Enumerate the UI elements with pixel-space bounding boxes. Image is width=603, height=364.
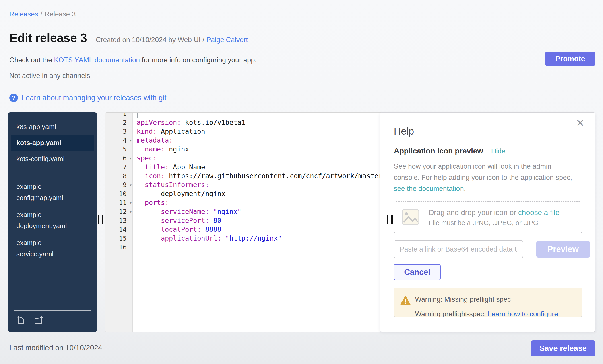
code-text: metadata: bbox=[132, 136, 173, 145]
fold-arrow-icon[interactable]: ▾ bbox=[129, 136, 132, 145]
page-title: Edit release 3 bbox=[9, 31, 87, 45]
editor-caret bbox=[137, 113, 138, 118]
doc-text-after: for more info on configuring your app. bbox=[140, 56, 257, 64]
line-number[interactable]: 8 bbox=[105, 172, 132, 180]
main-area: k8s-app.yamlkots-app.yamlkots-config.yam… bbox=[8, 112, 595, 332]
help-panel-resize-handle[interactable] bbox=[387, 215, 393, 224]
created-subtitle: Created on 10/10/2024 by Web UI / Paige … bbox=[96, 36, 248, 44]
line-number[interactable]: 10 bbox=[105, 189, 132, 198]
line-number[interactable]: 5 bbox=[105, 145, 132, 154]
code-text: localPort: 8888 bbox=[132, 225, 221, 234]
code-text: servicePort: 80 bbox=[132, 216, 221, 225]
code-text: spec: bbox=[132, 154, 157, 163]
sidebar-item-kots-app-yaml[interactable]: kots-app.yaml bbox=[11, 135, 94, 151]
sidebar-item-example-configmap-yaml[interactable]: example-configmap.yaml bbox=[11, 178, 94, 206]
fold-arrow-icon[interactable]: ▾ bbox=[129, 207, 132, 216]
preflight-warning-box: Warning: Missing preflight spec Warning … bbox=[394, 287, 582, 317]
channel-status-text: Not active in any channels bbox=[9, 72, 90, 80]
fold-arrow-icon[interactable]: ▾ bbox=[129, 198, 132, 207]
code-text: applicationUrl: "http://nginx" bbox=[132, 234, 282, 243]
close-icon[interactable]: ✕ bbox=[574, 118, 586, 128]
code-text: --- bbox=[132, 112, 149, 118]
file-label: example-service.yaml bbox=[16, 237, 79, 260]
file-list-examples: example-configmap.yamlexample-deployment… bbox=[8, 177, 97, 262]
file-label: example-deployment.yaml bbox=[16, 209, 79, 232]
description-text: See how your application icon will look … bbox=[394, 162, 572, 181]
add-folder-icon[interactable] bbox=[33, 315, 44, 326]
line-number[interactable]: 16 bbox=[105, 243, 132, 252]
warning-detail-text: Warning preflight-spec. bbox=[415, 310, 488, 317]
warning-icon bbox=[400, 296, 411, 306]
created-author-link[interactable]: Paige Calvert bbox=[206, 36, 248, 44]
line-number[interactable]: 13 bbox=[105, 216, 132, 225]
line-number[interactable]: 12▾ bbox=[105, 207, 132, 216]
sidebar-item-example-deployment-yaml[interactable]: example-deployment.yaml bbox=[11, 206, 94, 234]
doc-text-before: Check out the bbox=[9, 56, 54, 64]
icon-url-input[interactable] bbox=[394, 240, 523, 258]
title-row: Edit release 3 Created on 10/10/2024 by … bbox=[9, 31, 248, 45]
image-placeholder-icon bbox=[401, 207, 420, 227]
sidebar-resize-handle[interactable] bbox=[98, 215, 104, 224]
file-label: example-configmap.yaml bbox=[16, 181, 79, 203]
line-number[interactable]: 7 bbox=[105, 163, 132, 172]
icon-dropzone[interactable]: Drag and drop your icon or choose a file… bbox=[394, 201, 582, 233]
description-period: . bbox=[464, 185, 466, 192]
warning-detail: Warning preflight-spec. Learn how to con… bbox=[415, 310, 558, 317]
file-list-main: k8s-app.yamlkots-app.yamlkots-config.yam… bbox=[8, 112, 97, 167]
preview-button[interactable]: Preview bbox=[536, 241, 590, 257]
file-sidebar: k8s-app.yamlkots-app.yamlkots-config.yam… bbox=[8, 112, 97, 332]
sidebar-item-kots-config-yaml[interactable]: kots-config.yaml bbox=[11, 151, 94, 167]
sidebar-footer bbox=[14, 310, 91, 332]
code-text: - deployment/nginx bbox=[132, 189, 225, 198]
dropzone-text: Drag and drop your icon or choose a file… bbox=[429, 208, 559, 227]
last-modified-text: Last modified on 10/10/2024 bbox=[9, 343, 102, 352]
line-number[interactable]: 1 bbox=[105, 112, 132, 118]
add-file-icon[interactable] bbox=[15, 315, 26, 326]
kots-yaml-docs-link[interactable]: KOTS YAML documentation bbox=[54, 56, 140, 64]
sidebar-item-example-service-yaml[interactable]: example-service.yaml bbox=[11, 234, 94, 262]
breadcrumb-current: Release 3 bbox=[45, 10, 76, 18]
indent-guide bbox=[151, 216, 151, 243]
promote-button[interactable]: Promote bbox=[545, 52, 595, 66]
git-releases-help-link[interactable]: Learn about managing your releases with … bbox=[22, 94, 166, 102]
icon-preview-section-header: Application icon preview Hide bbox=[394, 147, 505, 155]
code-text: apiVersion: kots.io/v1beta1 bbox=[132, 118, 245, 127]
warning-title: Warning: Missing preflight spec bbox=[415, 295, 511, 303]
line-number[interactable]: 15 bbox=[105, 234, 132, 243]
created-text: Created on 10/10/2024 by Web UI / bbox=[96, 36, 205, 44]
code-text: name: nginx bbox=[132, 145, 189, 154]
line-number[interactable]: 2 bbox=[105, 118, 132, 127]
release-editor-page: Releases/Release 3 Edit release 3 Create… bbox=[0, 0, 603, 364]
breadcrumb: Releases/Release 3 bbox=[9, 10, 76, 18]
cancel-button[interactable]: Cancel bbox=[394, 264, 441, 280]
file-label: kots-config.yaml bbox=[16, 154, 65, 164]
breadcrumb-separator: / bbox=[40, 10, 42, 18]
line-number[interactable]: 14 bbox=[105, 225, 132, 234]
fold-arrow-icon[interactable]: ▾ bbox=[129, 154, 132, 163]
icon-preview-title: Application icon preview bbox=[394, 147, 483, 155]
sidebar-item-k8s-app-yaml[interactable]: k8s-app.yaml bbox=[11, 119, 94, 135]
line-number[interactable]: 4▾ bbox=[105, 136, 132, 145]
choose-file-link[interactable]: choose a file bbox=[518, 208, 559, 217]
git-help-row: ? Learn about managing your releases wit… bbox=[9, 94, 166, 102]
hide-link[interactable]: Hide bbox=[491, 147, 506, 155]
documentation-line: Check out the KOTS YAML documentation fo… bbox=[9, 56, 257, 64]
line-number[interactable]: 6▾ bbox=[105, 154, 132, 163]
line-number[interactable]: 9▾ bbox=[105, 180, 132, 189]
code-text: ports: bbox=[132, 198, 169, 207]
save-release-button[interactable]: Save release bbox=[531, 340, 595, 356]
code-text: kind: Application bbox=[132, 127, 205, 136]
line-number[interactable]: 11▾ bbox=[105, 198, 132, 207]
code-text: - serviceName: "nginx" bbox=[132, 207, 242, 216]
dropzone-file-types: File must be a .PNG, .JPEG, or .JPG bbox=[429, 219, 559, 227]
line-number[interactable]: 3 bbox=[105, 127, 132, 136]
code-text bbox=[132, 243, 137, 252]
fold-arrow-icon[interactable]: ▾ bbox=[129, 180, 132, 189]
help-panel-title: Help bbox=[394, 126, 414, 137]
see-documentation-link[interactable]: see the documentation bbox=[394, 185, 464, 192]
icon-preview-description: See how your application icon will look … bbox=[394, 161, 572, 194]
breadcrumb-releases-link[interactable]: Releases bbox=[9, 10, 38, 18]
learn-how-to-configure-link[interactable]: Learn how to configure bbox=[488, 310, 558, 317]
dropzone-line1-text: Drag and drop your icon or bbox=[429, 208, 518, 217]
help-panel: ✕ Help Application icon preview Hide See… bbox=[380, 112, 595, 332]
